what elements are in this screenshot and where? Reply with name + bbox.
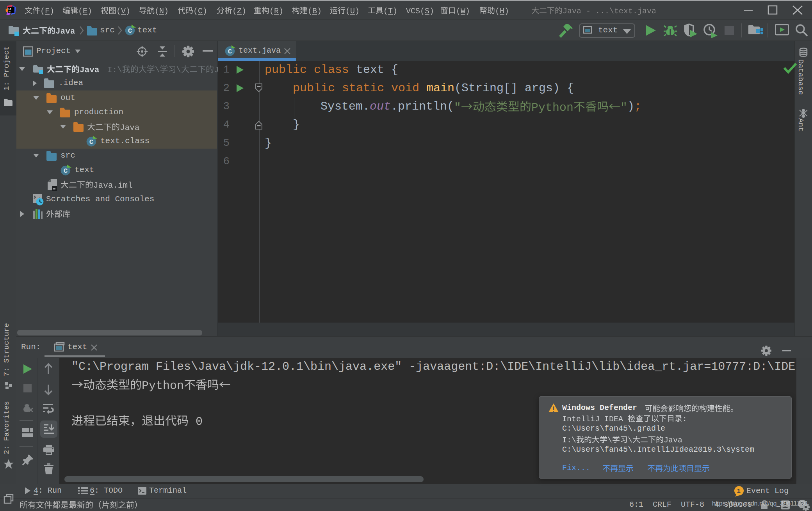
- svg-text:C: C: [228, 48, 232, 55]
- svg-text:C: C: [128, 27, 132, 35]
- svg-text:C: C: [64, 167, 68, 175]
- svg-text:1: 1: [737, 488, 741, 495]
- svg-text:C: C: [89, 138, 93, 146]
- svg-text:IJ: IJ: [9, 7, 11, 11]
